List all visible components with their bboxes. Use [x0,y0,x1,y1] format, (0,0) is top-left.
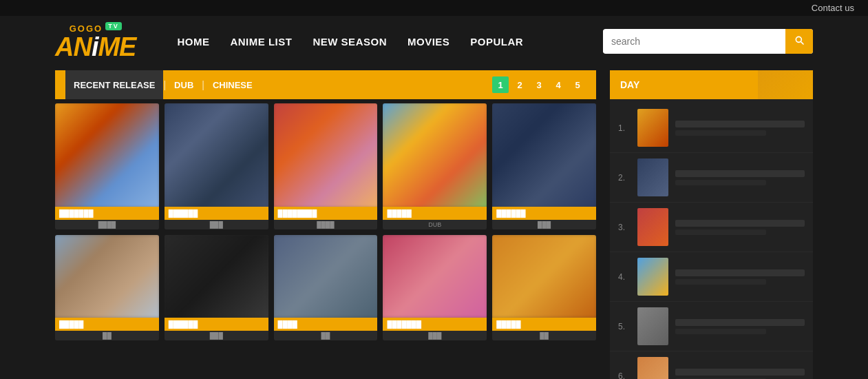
sidebar-text-5 [675,319,805,334]
anime-title-9: ███████ [383,318,487,331]
sidebar-header: DAY [610,70,813,99]
anime-title-3: ████████ [274,207,378,220]
divider-2: | [202,79,204,90]
sidebar-thumb-1 [637,109,668,147]
anime-grid: ███████ ████ ██████ ███ ████████ ████ ██… [55,103,596,340]
anime-card-8[interactable]: ████ ██ [274,235,378,340]
logo-gogo-text: GOGOTV [70,23,122,34]
sidebar-thumb-2 [637,158,668,196]
sidebar-item-6[interactable]: 6. [610,351,813,379]
filter-tab-recent[interactable]: RECENT RELEASE [65,70,163,99]
rank-6: 6. [618,371,631,380]
sidebar-item-1[interactable]: 1. [610,103,813,153]
anime-ep-1: ████ [55,220,159,229]
anime-title-8: ████ [274,318,378,331]
anime-title-5: ██████ [492,207,596,220]
sidebar-thumb-4 [637,258,668,296]
page-5[interactable]: 5 [569,76,586,93]
sidebar-list: 1. 2. 3. 4. 5. [610,99,813,379]
main-area: RECENT RELEASE | DUB | CHINESE 1 2 3 4 5… [0,70,868,379]
anime-card-5[interactable]: ██████ ███ [492,103,596,229]
anime-card-9[interactable]: ███████ ███ [383,235,487,340]
divider-1: | [163,79,166,90]
anime-title-10: █████ [492,318,596,331]
anime-ep-9: ███ [383,331,487,340]
sidebar-item-4[interactable]: 4. [610,252,813,302]
sidebar: DAY 1. 2. 3. 4. [610,70,813,379]
sidebar-thumb-3 [637,208,668,246]
rank-1: 1. [618,123,631,133]
sidebar-item-3[interactable]: 3. [610,203,813,252]
anime-title-7: ██████ [165,318,268,331]
page-4[interactable]: 4 [550,76,567,93]
filter-bar: RECENT RELEASE | DUB | CHINESE 1 2 3 4 5 [55,70,596,99]
rank-3: 3. [618,223,631,232]
sidebar-text-6 [675,369,805,380]
anime-ep-6: ██ [55,331,159,340]
anime-ep-5: ███ [492,220,596,229]
anime-card-4[interactable]: █████ DUB [383,103,487,229]
anime-ep-10: ██ [492,331,596,340]
logo[interactable]: GOGOTV ANiME [55,23,136,60]
anime-card-3[interactable]: ████████ ████ [274,103,378,229]
filter-tabs: RECENT RELEASE | DUB | CHINESE [65,70,492,99]
filter-tab-chinese[interactable]: CHINESE [204,70,261,99]
sidebar-text-3 [675,220,805,235]
logo-anime-text: ANiME [55,34,136,60]
page-2[interactable]: 2 [511,76,528,93]
nav-new-season[interactable]: NEW SEASON [313,36,387,48]
sidebar-text-1 [675,121,805,136]
search-input[interactable] [603,30,785,52]
nav-popular[interactable]: POPULAR [470,36,523,48]
main-nav: HOME ANIME LIST NEW SEASON MOVIES POPULA… [177,36,575,48]
filter-tab-dub[interactable]: DUB [166,70,202,99]
anime-ep-8: ██ [274,331,378,340]
anime-ep-7: ███ [165,331,268,340]
pagination: 1 2 3 4 5 [492,76,586,93]
top-bar: Contact us [0,0,868,16]
anime-ep-4: DUB [383,220,487,229]
anime-ep-3: ████ [274,220,378,229]
anime-ep-2: ███ [165,220,268,229]
nav-movies[interactable]: MOVIES [407,36,449,48]
sidebar-text-4 [675,269,805,285]
search-icon [794,34,805,45]
anime-title-6: █████ [55,318,159,331]
anime-card-1[interactable]: ███████ ████ [55,103,159,229]
logo-tv-badge: TV [105,22,122,30]
header: GOGOTV ANiME HOME ANIME LIST NEW SEASON … [0,16,868,67]
search-bar [603,29,813,54]
sidebar-item-5[interactable]: 5. [610,302,813,351]
sidebar-thumb-6 [637,357,668,379]
rank-2: 2. [618,173,631,183]
anime-card-6[interactable]: █████ ██ [55,235,159,340]
anime-title-2: ██████ [165,207,268,220]
sidebar-text-2 [675,170,805,185]
anime-title-1: ███████ [55,207,159,220]
contact-link[interactable]: Contact us [812,3,854,13]
anime-card-7[interactable]: ██████ ███ [165,235,268,340]
nav-home[interactable]: HOME [177,36,209,48]
sidebar-thumb-5 [637,307,668,345]
rank-5: 5. [618,322,631,331]
sidebar-header-decor [758,70,813,99]
anime-card-2[interactable]: ██████ ███ [165,103,268,229]
anime-title-4: █████ [383,207,487,220]
content-area: RECENT RELEASE | DUB | CHINESE 1 2 3 4 5… [55,70,596,379]
sidebar-item-2[interactable]: 2. [610,153,813,203]
sidebar-header-label: DAY [620,79,639,90]
page-3[interactable]: 3 [531,76,547,93]
rank-4: 4. [618,272,631,282]
nav-anime-list[interactable]: ANIME LIST [230,36,292,48]
anime-card-10[interactable]: █████ ██ [492,235,596,340]
search-button[interactable] [785,29,813,54]
page-1[interactable]: 1 [492,76,509,93]
